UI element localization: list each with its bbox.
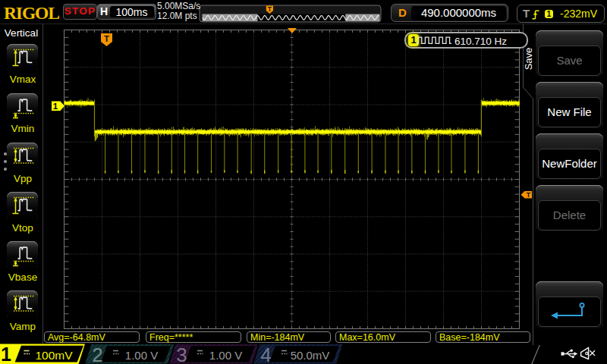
svg-text:1: 1 [1, 344, 11, 364]
svg-text:1: 1 [53, 102, 58, 111]
svg-text:1.00 V: 1.00 V [209, 349, 242, 362]
svg-text:100mV: 100mV [35, 349, 73, 362]
svg-text:T: T [268, 5, 272, 13]
svg-text:2: 2 [92, 344, 102, 364]
svg-text:4: 4 [260, 344, 271, 364]
svg-text:1.00 V: 1.00 V [125, 349, 158, 362]
svg-text:3: 3 [176, 344, 187, 364]
svg-text:50.0mV: 50.0mV [291, 349, 330, 362]
svg-text:T: T [104, 34, 109, 43]
svg-text:T: T [526, 190, 530, 199]
